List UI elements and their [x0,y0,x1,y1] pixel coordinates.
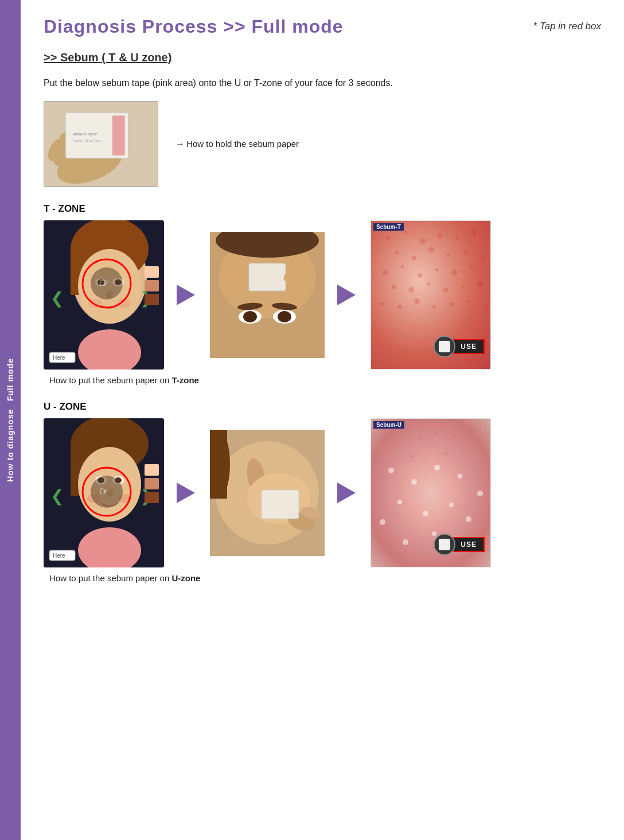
t-zone-arrow1 [174,282,200,308]
svg-point-50 [386,236,391,240]
svg-point-116 [401,429,404,431]
u-zone-row: ❮ ❯ ☞ Here [44,418,601,567]
svg-point-73 [477,281,483,287]
svg-text:Here: Here [53,355,65,361]
svg-point-123 [427,446,430,449]
svg-point-70 [427,282,430,286]
svg-point-61 [481,256,485,260]
svg-text:sebum tape*: sebum tape* [73,131,98,137]
svg-point-59 [447,254,450,257]
svg-point-128 [434,465,440,470]
svg-text:☞: ☞ [99,485,110,497]
u-zone-use-btn-area[interactable]: USE [434,534,485,555]
svg-point-133 [449,503,454,507]
svg-text:❮: ❮ [50,487,64,505]
svg-point-60 [463,250,468,255]
sebum-paper-row: sebum tape* Facial Skin Care → How to ho… [44,101,601,187]
t-photo-bg [210,232,325,358]
svg-rect-32 [145,294,159,305]
u-zone-face-photo [210,430,325,556]
u-zone-result-bg: Sebum-U [371,419,490,567]
svg-rect-98 [145,464,159,476]
u-zone-use-btn-icon [439,539,450,550]
t-zone-use-btn-circle [434,336,455,357]
u-zone-result: Sebum-U [370,418,491,567]
svg-point-119 [453,434,456,438]
svg-text:❮: ❮ [50,289,64,308]
t-zone-app-screen: Sebum-T [44,220,164,370]
svg-rect-9 [112,115,125,155]
u-zone-use-button[interactable]: USE [453,537,485,552]
svg-rect-100 [145,492,159,503]
u-zone-face-area: ❮ ❯ ☞ Here [44,418,164,567]
svg-point-131 [397,500,402,504]
svg-point-71 [443,287,448,292]
svg-point-134 [380,519,385,525]
svg-text:Facial Skin Care: Facial Skin Care [73,139,102,143]
svg-point-117 [418,437,422,441]
t-zone-face-area: Sebum-T [44,220,164,370]
svg-point-126 [388,468,394,473]
svg-point-115 [384,434,387,438]
svg-marker-103 [177,483,195,503]
svg-point-129 [458,474,462,479]
svg-point-54 [455,236,459,240]
svg-rect-112 [262,490,299,519]
svg-point-130 [477,491,483,496]
u-zone-caption-bold: U-zone [171,573,200,583]
svg-point-80 [483,304,489,310]
intro-text: Put the below sebum tape (pink area) ont… [44,76,601,91]
svg-rect-30 [145,266,159,278]
u-zone-use-btn-circle [434,534,455,555]
t-zone-use-btn-area[interactable]: USE [434,336,485,357]
t-zone-result-bg: Sebum-T [371,221,490,369]
svg-point-64 [418,273,422,278]
svg-point-132 [423,511,428,516]
svg-text:Here: Here [53,553,65,559]
svg-point-77 [432,305,436,309]
t-zone-result: Sebum-T [370,220,491,370]
svg-point-78 [449,302,454,306]
svg-point-67 [470,265,473,269]
svg-point-122 [410,454,413,458]
svg-point-66 [451,270,457,275]
svg-point-69 [408,287,414,293]
page-header: Diagnosis Process >> Full mode * Tap in … [44,16,601,37]
svg-point-65 [435,268,439,271]
svg-point-68 [392,285,396,289]
u-zone-caption: How to put the sebum paper on U-zone [44,573,601,583]
t-zone-use-btn-icon [439,341,450,352]
page-title: Diagnosis Process >> Full mode [44,16,344,37]
svg-point-62 [383,270,388,275]
svg-point-118 [436,432,438,434]
svg-point-74 [381,302,384,306]
u-zone-label: U - ZONE [44,401,601,413]
svg-point-43 [278,311,291,322]
svg-point-125 [462,449,464,452]
svg-rect-31 [145,280,159,291]
svg-rect-99 [145,478,159,489]
svg-text:☞: ☞ [99,277,110,289]
u-zone-app-screen: ❮ ❯ ☞ Here [44,418,164,567]
t-zone-arrow2 [335,282,360,308]
svg-point-72 [461,285,465,289]
sidebar: How to diagnose_ Full mode [0,0,21,840]
svg-point-135 [466,516,471,522]
svg-point-58 [428,247,434,252]
t-zone-row: Sebum-T [44,220,601,370]
t-zone-use-button[interactable]: USE [453,339,485,354]
svg-point-53 [438,233,442,238]
svg-point-52 [420,238,426,244]
svg-rect-45 [249,263,286,291]
tap-note: * Tap in red box [533,16,601,32]
t-zone-face-photo [210,232,325,358]
svg-point-137 [403,539,408,545]
svg-point-63 [401,265,404,269]
t-zone-caption-prefix: How to put the sebum paper on [49,375,171,385]
u-photo-bg [210,430,325,556]
svg-point-127 [411,479,417,485]
t-zone-label: T - ZONE [44,203,601,215]
svg-point-124 [444,452,447,455]
sebum-arrow-text: → How to hold the sebum paper [176,139,299,149]
svg-point-120 [470,429,473,431]
